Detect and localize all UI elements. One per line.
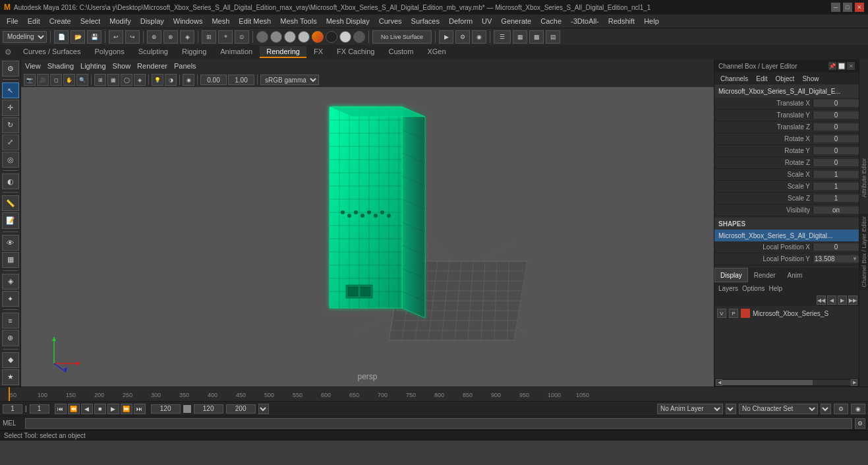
sculpt-button[interactable]: ✦ — [2, 291, 19, 307]
tab-anim[interactable]: Anim — [782, 268, 809, 282]
cb-edit-menu[interactable]: Edit — [754, 75, 769, 83]
render-btn8[interactable] — [353, 31, 365, 43]
lasso-select-button[interactable]: ⊗ — [163, 30, 178, 44]
menu-cache[interactable]: Cache — [536, 16, 565, 26]
exposure-input[interactable] — [228, 75, 254, 85]
vp-perspective-btn[interactable]: 🎥 — [37, 74, 49, 86]
menu-edit[interactable]: Edit — [24, 16, 44, 26]
scroll-thumb[interactable] — [722, 380, 813, 385]
menu-uv[interactable]: UV — [478, 16, 496, 26]
universal-manip-button[interactable]: ◎ — [2, 152, 19, 168]
menu-create[interactable]: Create — [45, 16, 75, 26]
channel-scale-z[interactable]: Scale Z 1 — [714, 193, 859, 204]
max-end-input[interactable] — [226, 404, 256, 414]
anim-layer-select[interactable]: No Anim Layer — [657, 404, 723, 414]
step-back-button[interactable]: ⏪ — [68, 404, 80, 414]
tab-polygons[interactable]: Polygons — [88, 46, 130, 58]
tab-fx-caching[interactable]: FX Caching — [330, 46, 381, 58]
range-end-input[interactable] — [151, 404, 181, 414]
step-forward-button[interactable]: ⏩ — [121, 404, 132, 414]
translate-button[interactable]: ✛ — [2, 100, 19, 115]
max-frame-input[interactable] — [194, 404, 223, 414]
preferences-button[interactable]: ⚙ — [834, 404, 848, 414]
new-scene-button[interactable]: 📄 — [54, 30, 69, 44]
redo-button[interactable]: ↪ — [125, 30, 140, 44]
snap-grid-button[interactable]: ⊞ — [202, 30, 216, 44]
vp-grid-btn[interactable]: ⊞ — [94, 74, 106, 86]
menu-edit-mesh[interactable]: Edit Mesh — [235, 16, 275, 26]
menu-curves[interactable]: Curves — [375, 16, 406, 26]
select-object-button[interactable]: ↖ — [2, 82, 19, 98]
channel-translate-x[interactable]: Translate X 0 — [714, 98, 859, 109]
color-space-select[interactable]: sRGB gamma — [260, 75, 319, 85]
show-hide-button[interactable]: 👁 — [2, 235, 19, 251]
render-btn5[interactable] — [312, 31, 324, 43]
menu-mesh-display[interactable]: Mesh Display — [322, 16, 374, 26]
cb-close-button[interactable]: ✕ — [847, 62, 855, 70]
paint-select-button[interactable]: ◈ — [180, 30, 194, 44]
vp-camera-btn[interactable]: 📷 — [24, 74, 36, 86]
frame-rate-select[interactable]: ▼ — [258, 404, 269, 414]
menu-file[interactable]: File — [3, 16, 22, 26]
vp-zoom-btn[interactable]: 🔍 — [76, 74, 88, 86]
menu-generate[interactable]: Generate — [497, 16, 535, 26]
snap-point-button[interactable]: ⊙ — [235, 30, 249, 44]
workspace-settings-icon[interactable]: ⚙ — [3, 47, 13, 57]
channel-local-pos-x[interactable]: Local Position X 0 — [714, 241, 859, 253]
char-set-select[interactable]: No Character Set — [739, 404, 818, 414]
viewport-canvas[interactable]: persp — [21, 87, 714, 387]
layers-menu[interactable]: Layers — [718, 285, 738, 292]
menu-deform[interactable]: Deform — [445, 16, 477, 26]
vp-menu-show[interactable]: Show — [113, 62, 131, 70]
vp-menu-view[interactable]: View — [25, 62, 41, 70]
layer-arrow-left1[interactable]: ◀ — [827, 295, 836, 305]
range-start-input[interactable] — [30, 404, 49, 414]
channel-translate-z[interactable]: Translate Z 0 — [714, 121, 859, 133]
select-tool-button[interactable]: ⊕ — [147, 30, 161, 44]
tab-display[interactable]: Display — [714, 268, 748, 282]
ui-icons-button1[interactable]: ▦ — [513, 30, 527, 44]
menu-display[interactable]: Display — [136, 16, 168, 26]
snap-view-button[interactable]: ◈ — [2, 274, 19, 290]
layer-arrow-right2[interactable]: ▶▶ — [848, 295, 857, 305]
cb-show-menu[interactable]: Show — [800, 75, 821, 83]
menu-help[interactable]: Help — [640, 16, 663, 26]
render-btn7[interactable] — [339, 31, 351, 43]
open-scene-button[interactable]: 📂 — [71, 30, 85, 44]
quick-layout-button[interactable]: ▦ — [2, 252, 19, 268]
layer-button[interactable]: ≡ — [2, 313, 19, 328]
menu-surfaces[interactable]: Surfaces — [407, 16, 444, 26]
render-btn4[interactable] — [298, 31, 310, 43]
ipr-button[interactable]: ◉ — [472, 30, 486, 44]
vp-menu-shading[interactable]: Shading — [47, 62, 74, 70]
tab-animation[interactable]: Animation — [214, 46, 259, 58]
menu-windows[interactable]: Windows — [169, 16, 207, 26]
close-button[interactable]: ✕ — [855, 3, 864, 12]
channel-rotate-y[interactable]: Rotate Y 0 — [714, 145, 859, 157]
timeline-area[interactable]: 50 100 150 200 250 300 350 400 450 500 5… — [0, 387, 868, 401]
tab-xgen[interactable]: XGen — [420, 46, 452, 58]
channel-visibility[interactable]: Visibility on — [714, 204, 859, 216]
menu-mesh[interactable]: Mesh — [208, 16, 233, 26]
left-settings-button[interactable]: ⚙ — [2, 61, 19, 77]
channel-scale-y[interactable]: Scale Y 1 — [714, 181, 859, 193]
channel-rotate-z[interactable]: Rotate Z 0 — [714, 157, 859, 169]
scroll-left-arrow[interactable]: ◀ — [716, 379, 722, 386]
rotate-button[interactable]: ↻ — [2, 117, 19, 133]
shapes-object[interactable]: Microsoft_Xbox_Series_S_All_Digital... — [714, 230, 859, 241]
menu-select[interactable]: Select — [76, 16, 105, 26]
channel-scale-x[interactable]: Scale X 1 — [714, 169, 859, 181]
render-btn2[interactable] — [270, 31, 282, 43]
vp-menu-lighting[interactable]: Lighting — [80, 62, 106, 70]
render-btn6[interactable] — [326, 31, 337, 43]
vp-smooth-btn[interactable]: ◯ — [121, 74, 132, 86]
ui-icons-button2[interactable]: ▩ — [529, 30, 544, 44]
channel-translate-y[interactable]: Translate Y 0 — [714, 109, 859, 121]
annotation-button[interactable]: 📝 — [2, 212, 19, 228]
maximize-button[interactable]: □ — [843, 3, 852, 12]
play-forward-button[interactable]: ▶ — [107, 404, 119, 414]
snap-curve-button[interactable]: ⌖ — [218, 30, 233, 44]
vp-menu-panels[interactable]: Panels — [174, 62, 196, 70]
right-scrollbar[interactable]: ◀ ▶ — [714, 379, 859, 387]
cb-pin-button[interactable]: 📌 — [828, 62, 836, 70]
